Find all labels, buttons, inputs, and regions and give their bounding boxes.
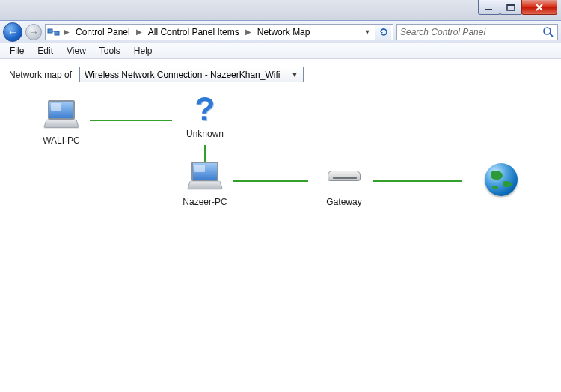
- link-wali-unknown: [90, 120, 172, 121]
- breadcrumb-network-map[interactable]: Network Map: [254, 27, 313, 37]
- menu-view[interactable]: View: [60, 44, 93, 58]
- node-label: Nazeer-PC: [168, 197, 242, 207]
- close-button[interactable]: [521, 0, 557, 15]
- menu-tools[interactable]: Tools: [93, 44, 127, 58]
- address-bar[interactable]: ▶ Control Panel ▶ All Control Panel Item…: [45, 24, 393, 40]
- computer-icon: [187, 162, 223, 192]
- menu-edit[interactable]: Edit: [31, 44, 60, 58]
- svg-rect-0: [485, 9, 492, 10]
- node-internet[interactable]: [464, 163, 539, 201]
- connection-dropdown[interactable]: Wireless Network Connection - NazeerKhan…: [79, 67, 304, 82]
- chevron-right-icon: ▶: [135, 28, 144, 36]
- minimize-button[interactable]: [478, 0, 500, 15]
- node-unknown[interactable]: ? Unknown: [168, 93, 242, 139]
- link-unknown-nazeer: [204, 145, 206, 163]
- svg-point-5: [544, 28, 551, 34]
- node-nazeer-pc[interactable]: Nazeer-PC: [168, 162, 242, 207]
- menu-help[interactable]: Help: [127, 44, 159, 58]
- back-button[interactable]: ←: [3, 22, 22, 42]
- breadcrumb-control-panel[interactable]: Control Panel: [73, 27, 133, 37]
- link-nazeer-gateway: [233, 180, 308, 182]
- network-map-of-label: Network map of: [9, 70, 72, 80]
- node-label: Gateway: [307, 197, 381, 207]
- search-placeholder: Search Control Panel: [400, 27, 542, 37]
- link-gateway-internet: [373, 180, 462, 182]
- address-dropdown-icon[interactable]: ▼: [361, 28, 373, 36]
- svg-rect-2: [507, 4, 515, 6]
- maximize-button[interactable]: [500, 0, 522, 15]
- content-area: Network map of Wireless Network Connecti…: [0, 59, 561, 265]
- chevron-right-icon: ▶: [244, 28, 253, 36]
- question-icon: ?: [195, 91, 215, 127]
- globe-icon: [485, 163, 518, 196]
- forward-button[interactable]: →: [25, 24, 42, 40]
- search-icon: [542, 26, 554, 38]
- menu-bar: File Edit View Tools Help: [0, 43, 561, 59]
- chevron-down-icon: ▼: [289, 71, 300, 79]
- refresh-button[interactable]: [375, 25, 391, 40]
- search-input[interactable]: Search Control Panel: [396, 24, 558, 40]
- computer-icon: [43, 100, 79, 130]
- arrow-right-icon: →: [28, 27, 39, 37]
- svg-rect-3: [48, 29, 52, 33]
- window-titlebar: [0, 0, 561, 21]
- node-label: Unknown: [168, 129, 242, 139]
- node-label: WALI-PC: [24, 135, 99, 146]
- arrow-left-icon: ←: [7, 27, 18, 37]
- svg-rect-4: [55, 31, 59, 35]
- menu-file[interactable]: File: [3, 44, 31, 58]
- network-map: WALI-PC ? Unknown Nazeer-PC Gateway: [9, 93, 552, 257]
- node-gateway[interactable]: Gateway: [307, 165, 381, 207]
- router-icon: [326, 165, 362, 186]
- chevron-right-icon: ▶: [62, 28, 71, 36]
- connection-selected: Wireless Network Connection - NazeerKhan…: [85, 70, 289, 80]
- node-wali-pc[interactable]: WALI-PC: [24, 100, 99, 146]
- refresh-icon: [378, 27, 389, 37]
- navigation-bar: ← → ▶ Control Panel ▶ All Control Panel …: [0, 21, 561, 43]
- network-icon: [47, 26, 61, 38]
- breadcrumb-all-items[interactable]: All Control Panel Items: [145, 27, 242, 37]
